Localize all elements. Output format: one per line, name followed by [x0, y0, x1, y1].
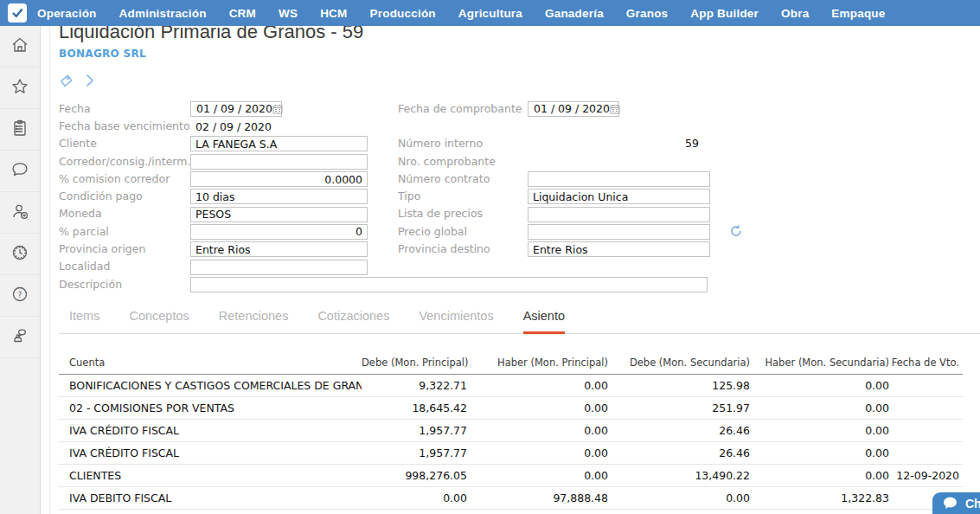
nav-item-produccion[interactable]: Producción: [370, 7, 436, 20]
tab-vencimientos[interactable]: Vencimientos: [419, 309, 493, 333]
sidebar-item-help[interactable]: ?: [0, 275, 40, 317]
sidebar-item-home[interactable]: [0, 26, 40, 67]
table-row[interactable]: 01 - VENTA DE GRANOS0.00932,271.240.0012…: [59, 510, 963, 514]
tab-retenciones[interactable]: Retenciones: [219, 309, 289, 333]
cell-value: 0.00: [467, 465, 608, 487]
cell-value: 0.00: [362, 487, 467, 510]
label-precio-global: Precio global: [398, 225, 528, 238]
cell-cuenta: IVA CRÉDITO FISCAL: [59, 420, 362, 442]
sidebar-item-messages[interactable]: [0, 151, 40, 192]
sidebar-item-add-contact[interactable]: [0, 192, 40, 234]
check-icon: [11, 7, 23, 19]
label-nro-comprobante: Nro. comprobante: [398, 155, 528, 168]
localidad-field-cell: [190, 258, 368, 275]
table-row[interactable]: 02 - COMISIONES POR VENTAS18,645.420.002…: [59, 397, 963, 420]
cell-value: 251.97: [608, 397, 750, 420]
nav-item-hcm[interactable]: HCM: [320, 7, 347, 20]
cell-value: 0.00: [467, 375, 608, 397]
tag-icon[interactable]: [59, 74, 74, 88]
nav-item-operacion[interactable]: Operación: [37, 7, 97, 20]
cell-value: 1,957.77: [362, 442, 467, 465]
cell-value: 0.00: [750, 375, 889, 397]
tipo-input[interactable]: [528, 189, 710, 204]
comision-corredor-field-cell: [190, 170, 368, 188]
descripcion-input[interactable]: [190, 277, 708, 292]
tab-items[interactable]: Items: [69, 309, 99, 333]
nav-item-obra[interactable]: Obra: [781, 7, 809, 20]
label-provincia-origen: Provincia origen: [59, 242, 190, 255]
cell-value: 0.00: [750, 442, 889, 465]
label-condicion-pago: Condición pago: [59, 190, 190, 202]
table-row[interactable]: BONIFICACIONES Y CASTIGOS COMERCIALES DE…: [59, 375, 963, 397]
numero-interno-field-cell: 59: [528, 137, 710, 150]
table-row[interactable]: CLIENTES998,276.050.0013,490.220.0012-09…: [59, 465, 963, 487]
precio-global-input[interactable]: [528, 224, 710, 240]
localidad-input[interactable]: [190, 260, 368, 275]
sidebar-item-recent[interactable]: [0, 234, 40, 275]
liquidacion-form: Fecha01 / 09 / 2020Fecha base vencimient…: [59, 100, 980, 292]
fecha-value: 01 / 09 / 2020: [196, 102, 272, 115]
help-icon: ?: [10, 285, 29, 307]
tab-asiento[interactable]: Asiento: [523, 309, 565, 334]
nav-item-ganaderia[interactable]: Ganadería: [545, 7, 604, 20]
sidebar-item-favorites[interactable]: [0, 67, 40, 109]
cell-value: 12-09-2020: [889, 465, 963, 487]
cliente-input[interactable]: [190, 136, 368, 151]
label-fecha: Fecha: [59, 102, 190, 115]
sidebar-item-tasks[interactable]: [0, 109, 40, 151]
parcial-input[interactable]: [190, 224, 368, 240]
corredor-input[interactable]: [190, 154, 368, 170]
cell-cuenta: IVA CRÉDITO FISCAL: [59, 442, 362, 465]
sidebar-item-approvals[interactable]: [0, 317, 40, 358]
label-parcial: % parcial: [59, 225, 190, 238]
chat-button[interactable]: Ch: [932, 492, 980, 514]
lista-precios-input[interactable]: [528, 207, 710, 222]
table-row[interactable]: IVA DEBITO FISCAL0.0097,888.480.001,322.…: [59, 487, 963, 510]
top-navbar: OperaciónAdministraciónCRMWSHCMProducció…: [0, 0, 980, 26]
tab-conceptos[interactable]: Conceptos: [129, 309, 189, 333]
calendar-icon[interactable]: [610, 104, 620, 114]
cell-cuenta: BONIFICACIONES Y CASTIGOS COMERCIALES DE…: [59, 375, 362, 397]
cell-value: [889, 420, 963, 442]
cell-value: [889, 397, 963, 420]
table-row[interactable]: IVA CRÉDITO FISCAL1,957.770.0026.460.00: [59, 442, 963, 465]
cell-value: [889, 375, 963, 397]
chat-button-label: Ch: [965, 497, 980, 511]
fecha-comprobante-field[interactable]: 01 / 09 / 2020: [528, 101, 619, 117]
column-header-cuenta: Cuenta: [59, 354, 362, 375]
label-descripcion: Descripción: [59, 278, 190, 291]
refresh-icon[interactable]: [729, 224, 980, 238]
label-fecha-base-vencimiento: Fecha base vencimiento: [59, 119, 190, 132]
home-icon: [10, 35, 29, 58]
cell-cuenta: 01 - VENTA DE GRANOS: [59, 510, 362, 514]
fecha-field[interactable]: 01 / 09 / 2020: [190, 101, 282, 117]
moneda-input[interactable]: [190, 207, 368, 222]
nav-item-administracion[interactable]: Administración: [119, 7, 207, 20]
calendar-icon[interactable]: [272, 104, 283, 114]
provincia-destino-input[interactable]: [528, 241, 710, 257]
nav-item-agricultura[interactable]: Agricultura: [458, 7, 522, 20]
nav-item-granos[interactable]: Granos: [626, 7, 668, 20]
provincia-origen-input[interactable]: [190, 241, 368, 257]
fecha-field-cell: 01 / 09 / 2020: [190, 100, 368, 117]
label-numero-contrato: Número contrato: [398, 172, 528, 185]
tab-cotizaciones[interactable]: Cotizaciones: [317, 309, 389, 333]
condicion-pago-input[interactable]: [190, 189, 368, 204]
nav-item-app-builder[interactable]: App Builder: [690, 7, 759, 20]
condicion-pago-field-cell: [190, 188, 368, 205]
chevron-right-icon[interactable]: [86, 74, 94, 87]
fecha-base-vencimiento-value: 02 / 09 / 2020: [190, 120, 272, 133]
cell-value: 12,598.26: [750, 510, 889, 514]
company-link[interactable]: BONAGRO SRL: [59, 48, 980, 60]
column-header-debe-mon-secundaria: Debe (Mon. Secundaria): [608, 354, 750, 375]
nav-item-ws[interactable]: WS: [279, 7, 298, 20]
nav-item-empaque[interactable]: Empaque: [831, 7, 885, 20]
numero-contrato-input[interactable]: [528, 171, 710, 187]
table-row[interactable]: IVA CRÉDITO FISCAL1,957.770.0026.460.00: [59, 420, 963, 442]
column-header-haber-mon-principal: Haber (Mon. Principal): [467, 354, 608, 375]
app-logo-icon[interactable]: [8, 3, 27, 22]
nav-item-crm[interactable]: CRM: [229, 7, 256, 20]
cell-value: 1,957.77: [362, 420, 467, 442]
cell-cuenta: IVA DEBITO FISCAL: [59, 487, 362, 510]
comision-corredor-input[interactable]: [190, 171, 368, 187]
